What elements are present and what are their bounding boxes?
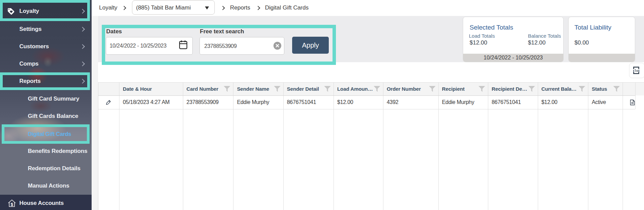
svg-text:xlsx: xlsx	[633, 69, 640, 73]
svg-text:$: $	[11, 202, 13, 207]
